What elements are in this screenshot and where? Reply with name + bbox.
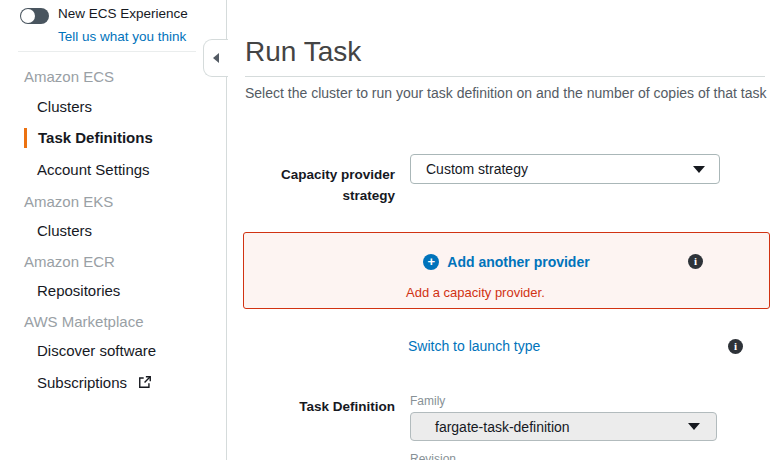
capacity-strategy-value: Custom strategy <box>426 161 528 177</box>
sidebar-section-amazon-ecr: Amazon ECR <box>0 251 226 273</box>
title-divider <box>245 76 765 77</box>
sidebar-item-task-definitions[interactable]: Task Definitions <box>0 127 226 149</box>
collapse-arrow-icon <box>213 53 219 63</box>
new-ecs-experience-toggle[interactable] <box>20 8 49 24</box>
revision-field-label: Revision <box>410 452 456 460</box>
sidebar-item-label: Task Definitions <box>38 129 153 146</box>
sidebar-item-eks-clusters[interactable]: Clusters <box>0 220 226 242</box>
sidebar-collapse-button[interactable] <box>203 39 228 77</box>
sidebar-item-discover-software[interactable]: Discover software <box>0 340 226 362</box>
selected-indicator-bar <box>24 128 27 148</box>
capacity-provider-strategy-label: Capacity provider strategy <box>245 164 395 206</box>
sidebar-item-account-settings[interactable]: Account Settings <box>0 159 226 181</box>
sidebar: New ECS Experience Tell us what you thin… <box>0 0 227 460</box>
info-icon[interactable]: i <box>728 339 743 354</box>
family-select[interactable]: fargate-task-definition <box>410 412 717 441</box>
sidebar-section-aws-marketplace: AWS Marketplace <box>0 311 226 333</box>
sidebar-item-subscriptions[interactable]: Subscriptions <box>0 372 226 394</box>
sidebar-item-repositories[interactable]: Repositories <box>0 280 226 302</box>
sidebar-section-amazon-ecs: Amazon ECS <box>0 66 226 88</box>
sidebar-section-amazon-eks: Amazon EKS <box>0 191 226 213</box>
plus-icon[interactable]: + <box>423 254 439 270</box>
info-icon[interactable]: i <box>688 254 703 269</box>
capacity-provider-error-box: + Add another provider i Add a capacity … <box>243 232 770 309</box>
sidebar-item-label: Subscriptions <box>37 374 127 391</box>
sidebar-item-ecs-clusters[interactable]: Clusters <box>0 96 226 118</box>
task-definition-label: Task Definition <box>245 396 395 417</box>
family-select-value: fargate-task-definition <box>435 419 570 435</box>
toggle-knob-icon <box>21 9 35 23</box>
switch-to-launch-type-link[interactable]: Switch to launch type <box>408 338 540 354</box>
chevron-down-icon <box>693 166 705 173</box>
sidebar-divider <box>18 51 196 52</box>
page-title: Run Task <box>245 36 361 68</box>
external-link-icon <box>138 375 152 389</box>
page-description: Select the cluster to run your task defi… <box>245 85 766 101</box>
add-another-provider-link[interactable]: Add another provider <box>447 254 589 270</box>
family-field-label: Family <box>410 394 445 408</box>
chevron-down-icon <box>688 423 700 430</box>
feedback-link[interactable]: Tell us what you think <box>58 29 186 44</box>
capacity-strategy-select[interactable]: Custom strategy <box>410 154 720 184</box>
new-ecs-experience-label: New ECS Experience <box>58 6 188 21</box>
error-message: Add a capacity provider. <box>406 285 545 300</box>
